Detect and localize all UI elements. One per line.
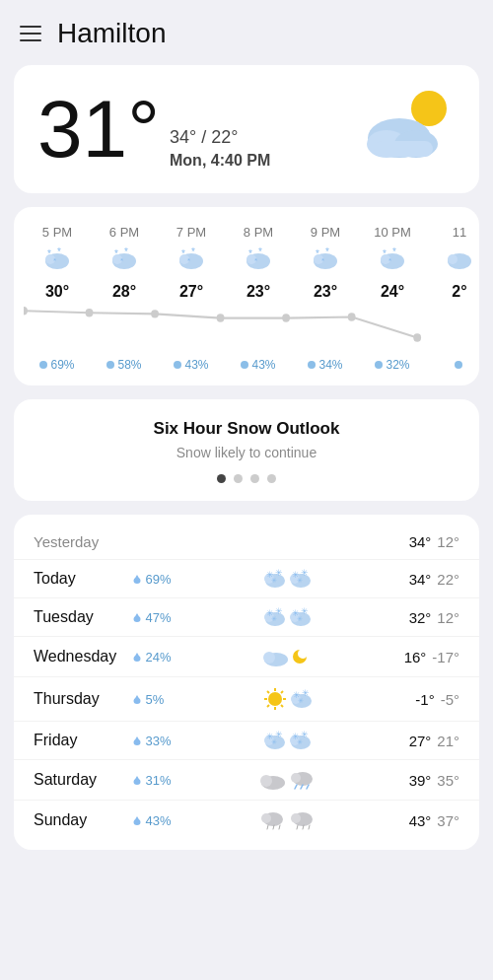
svg-text:✳: ✳ bbox=[298, 697, 304, 704]
precip-item-0: 69% bbox=[24, 358, 91, 372]
day-icons-friday: ✳✳✳ ✳✳✳ bbox=[195, 731, 381, 750]
svg-text:*: * bbox=[57, 247, 61, 257]
hourly-item-1: 6 PM *** 28° bbox=[91, 225, 158, 307]
hourly-item-2: 7 PM *** 27° bbox=[158, 225, 225, 307]
svg-text:*: * bbox=[124, 247, 128, 257]
svg-marker-57 bbox=[134, 613, 140, 618]
daily-row-saturday[interactable]: Saturday 31% 39°35° bbox=[14, 760, 479, 801]
hourly-chart bbox=[14, 307, 479, 358]
daily-row-friday[interactable]: Friday 33% ✳✳✳ ✳✳✳ 27°21° bbox=[14, 722, 479, 760]
svg-text:*: * bbox=[187, 256, 190, 265]
hourly-item-5: 10 PM *** 24° bbox=[359, 225, 426, 307]
svg-text:✳: ✳ bbox=[271, 615, 277, 622]
svg-point-112 bbox=[261, 813, 271, 823]
svg-line-115 bbox=[279, 825, 280, 829]
precip-item-5: 32% bbox=[359, 358, 426, 372]
svg-text:*: * bbox=[53, 256, 56, 265]
day-temps-thursday: -1°-5° bbox=[381, 691, 459, 708]
current-weather-card: 31° 34° / 22° Mon, 4:40 PM bbox=[14, 65, 479, 193]
day-precip-friday: 33% bbox=[132, 734, 195, 748]
svg-text:✳: ✳ bbox=[297, 738, 303, 745]
day-icons-sunday bbox=[195, 809, 381, 831]
day-temps-tuesday: 32°12° bbox=[381, 609, 459, 626]
day-temps-sunday: 43°37° bbox=[381, 812, 459, 829]
hourly-item-0: 5 PM *** 30° bbox=[24, 225, 91, 307]
svg-line-118 bbox=[297, 825, 298, 829]
day-name-thursday: Thursday bbox=[34, 690, 132, 708]
daily-row-yesterday: Yesterday 34°12° bbox=[14, 525, 479, 560]
day-precip-tuesday: 47% bbox=[132, 610, 195, 625]
outlook-dot-2[interactable] bbox=[250, 474, 259, 483]
svg-line-113 bbox=[267, 825, 268, 829]
daily-row-today[interactable]: Today 69% ✳✳✳ ✳✳✳ 34°22° bbox=[14, 560, 479, 598]
outlook-dots bbox=[34, 474, 459, 483]
day-temps-today: 34°22° bbox=[381, 571, 459, 588]
svg-line-80 bbox=[281, 705, 283, 707]
svg-point-105 bbox=[291, 773, 301, 783]
svg-text:*: * bbox=[316, 248, 319, 259]
daily-row-tuesday[interactable]: Tuesday 47% ✳✳✳ ✳✳✳ 32°12° bbox=[14, 598, 479, 637]
svg-marker-89 bbox=[134, 736, 140, 741]
svg-line-79 bbox=[267, 691, 269, 693]
current-datetime: Mon, 4:40 PM bbox=[170, 152, 270, 170]
day-temps-friday: 27°21° bbox=[381, 733, 459, 749]
day-temps-saturday: 39°35° bbox=[381, 772, 459, 789]
svg-text:✳: ✳ bbox=[297, 577, 303, 584]
day-precip-saturday: 31% bbox=[132, 773, 195, 788]
svg-point-40 bbox=[217, 314, 225, 321]
daily-row-thursday[interactable]: Thursday 5% ✳✳✳ -1°-5° bbox=[14, 677, 479, 722]
svg-text:*: * bbox=[47, 248, 51, 259]
precip-item-1: 58% bbox=[91, 358, 158, 372]
svg-point-103 bbox=[260, 775, 272, 787]
precip-row: 69% 58% 43% 43% 34% 32% bbox=[14, 358, 479, 372]
svg-marker-73 bbox=[134, 695, 140, 700]
svg-point-36 bbox=[448, 254, 458, 264]
day-icons-tuesday: ✳✳✳ ✳✳✳ bbox=[195, 607, 381, 627]
city-name: Hamilton bbox=[57, 18, 166, 49]
day-precip-sunday: 43% bbox=[132, 813, 195, 828]
svg-point-0 bbox=[411, 91, 447, 126]
svg-point-43 bbox=[413, 333, 421, 341]
outlook-card: Six Hour Snow Outlook Snow likely to con… bbox=[14, 399, 479, 501]
day-precip-thursday: 5% bbox=[132, 692, 195, 707]
day-icons-thursday: ✳✳✳ bbox=[195, 686, 381, 712]
svg-point-37 bbox=[24, 307, 28, 315]
precip-item-3: 43% bbox=[225, 358, 292, 372]
svg-marker-101 bbox=[134, 776, 140, 781]
daily-row-sunday[interactable]: Sunday 43% 43°37° bbox=[14, 801, 479, 840]
current-temp: 31° bbox=[37, 89, 160, 170]
day-name-today: Today bbox=[34, 570, 132, 588]
svg-text:*: * bbox=[325, 247, 329, 257]
svg-point-38 bbox=[86, 309, 94, 316]
header: Hamilton bbox=[0, 0, 493, 59]
svg-rect-4 bbox=[374, 141, 433, 157]
menu-button[interactable] bbox=[20, 26, 41, 41]
outlook-dot-0[interactable] bbox=[217, 474, 226, 483]
svg-text:✳: ✳ bbox=[297, 615, 303, 622]
svg-point-41 bbox=[282, 314, 290, 321]
svg-line-108 bbox=[307, 785, 309, 789]
svg-text:*: * bbox=[383, 248, 387, 259]
hourly-item-4: 9 PM *** 23° bbox=[292, 225, 359, 307]
svg-line-82 bbox=[267, 705, 269, 707]
svg-text:*: * bbox=[191, 247, 195, 257]
svg-text:*: * bbox=[181, 248, 185, 259]
svg-text:*: * bbox=[254, 256, 257, 265]
day-icons-saturday bbox=[195, 769, 381, 791]
hourly-item-6: 11 2° bbox=[426, 225, 479, 307]
daily-row-wednesday[interactable]: Wednesday 24% 16°-17° bbox=[14, 637, 479, 677]
hourly-card: 5 PM *** 30° 6 PM *** 28° 7 PM *** 27° 8… bbox=[14, 207, 479, 385]
precip-item-6 bbox=[426, 358, 479, 372]
daily-forecast-card: Yesterday 34°12° Today 69% ✳✳✳ ✳✳✳ 34°22… bbox=[14, 515, 479, 850]
outlook-dot-3[interactable] bbox=[267, 474, 276, 483]
precip-item-4: 34% bbox=[292, 358, 359, 372]
day-name-yesterday: Yesterday bbox=[34, 533, 132, 550]
current-weather-icon bbox=[362, 87, 456, 172]
day-name-wednesday: Wednesday bbox=[34, 648, 132, 665]
day-icons-wednesday bbox=[195, 646, 381, 667]
outlook-dot-1[interactable] bbox=[234, 474, 243, 483]
svg-line-120 bbox=[309, 825, 310, 829]
day-icons-today: ✳✳✳ ✳✳✳ bbox=[195, 569, 381, 589]
hourly-scroll[interactable]: 5 PM *** 30° 6 PM *** 28° 7 PM *** 27° 8… bbox=[14, 225, 479, 307]
svg-text:*: * bbox=[248, 248, 252, 259]
